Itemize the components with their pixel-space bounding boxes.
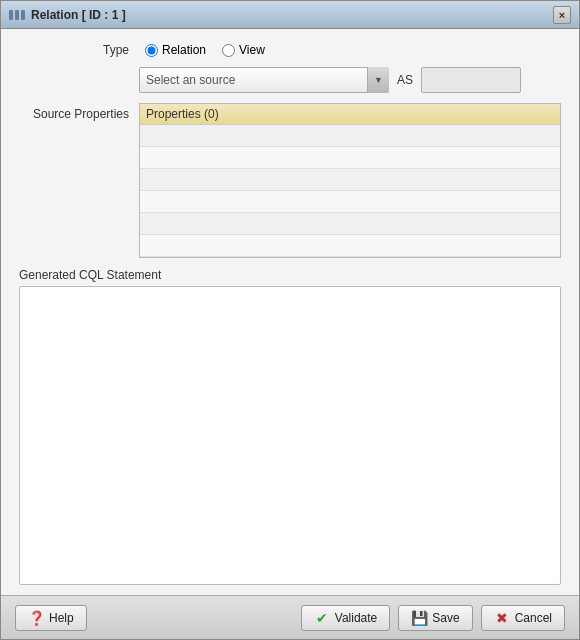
properties-table: Properties (0): [139, 103, 561, 258]
properties-header: Properties (0): [140, 104, 560, 125]
validate-icon: ✔: [314, 610, 330, 626]
source-select-wrapper: Select an source ▼: [139, 67, 389, 93]
cancel-icon: ✖: [494, 610, 510, 626]
radio-view[interactable]: View: [222, 43, 265, 57]
radio-relation-label: Relation: [162, 43, 206, 57]
cql-textarea[interactable]: [19, 286, 561, 585]
help-label: Help: [49, 611, 74, 625]
validate-button[interactable]: ✔ Validate: [301, 605, 390, 631]
cql-section: Generated CQL Statement: [19, 268, 561, 585]
save-button[interactable]: 💾 Save: [398, 605, 472, 631]
source-select[interactable]: Select an source: [139, 67, 389, 93]
title-bar-left: Relation [ ID : 1 ]: [9, 8, 126, 22]
close-button[interactable]: ×: [553, 6, 571, 24]
title-bar: Relation [ ID : 1 ] ×: [1, 1, 579, 29]
source-properties-label: Source Properties: [19, 103, 129, 121]
table-row: [140, 191, 560, 213]
help-icon: ❓: [28, 610, 44, 626]
validate-label: Validate: [335, 611, 377, 625]
footer-right: ✔ Validate 💾 Save ✖ Cancel: [301, 605, 565, 631]
radio-view-label: View: [239, 43, 265, 57]
as-label: AS: [397, 73, 413, 87]
type-label: Type: [19, 43, 129, 57]
source-properties-row: Source Properties Properties (0): [19, 103, 561, 258]
as-input[interactable]: [421, 67, 521, 93]
dialog-body: Type Relation View Select an source ▼ AS: [1, 29, 579, 595]
cancel-label: Cancel: [515, 611, 552, 625]
cql-label: Generated CQL Statement: [19, 268, 561, 282]
table-row: [140, 235, 560, 257]
table-row: [140, 147, 560, 169]
radio-relation[interactable]: Relation: [145, 43, 206, 57]
save-label: Save: [432, 611, 459, 625]
cancel-button[interactable]: ✖ Cancel: [481, 605, 565, 631]
table-row: [140, 125, 560, 147]
table-row: [140, 213, 560, 235]
save-icon: 💾: [411, 610, 427, 626]
footer: ❓ Help ✔ Validate 💾 Save ✖ Cancel: [1, 595, 579, 639]
dialog-title: Relation [ ID : 1 ]: [31, 8, 126, 22]
dialog: Relation [ ID : 1 ] × Type Relation View…: [0, 0, 580, 640]
table-row: [140, 169, 560, 191]
radio-view-input[interactable]: [222, 44, 235, 57]
help-button[interactable]: ❓ Help: [15, 605, 87, 631]
radio-relation-input[interactable]: [145, 44, 158, 57]
dialog-icon: [9, 10, 25, 20]
